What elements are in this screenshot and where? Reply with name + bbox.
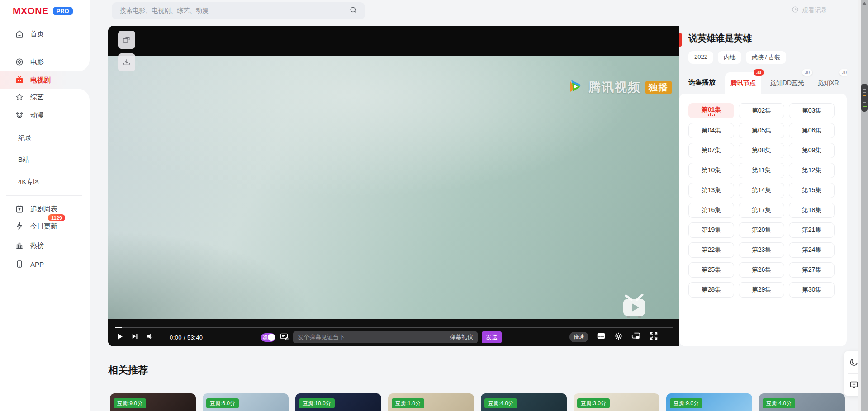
volume-button[interactable] (146, 332, 155, 343)
playback-speed-button[interactable]: 倍速 (569, 332, 588, 342)
sidebar-item-9[interactable]: 追剧周表 (0, 200, 90, 217)
related-card-7[interactable]: 豆瓣:9.0分 (666, 393, 752, 411)
episode-button-11[interactable]: 第11集 (739, 163, 784, 178)
episode-label: 第17集 (752, 206, 772, 214)
episode-button-17[interactable]: 第17集 (739, 203, 784, 218)
download-button[interactable] (118, 53, 135, 71)
episode-button-30[interactable]: 第30集 (789, 282, 835, 298)
danmaku-settings-icon[interactable] (280, 332, 289, 343)
episode-button-5[interactable]: 第05集 (739, 123, 784, 138)
source-tab-label: 觅知DD蓝光 (770, 79, 804, 87)
watch-history-button[interactable]: 观看记录 (792, 6, 827, 14)
danmaku-etiquette-link[interactable]: 弹幕礼仪 (450, 333, 473, 341)
episode-button-4[interactable]: 第04集 (688, 123, 734, 138)
sidebar-item-11[interactable]: 热榜 (0, 237, 90, 254)
chart-icon (15, 241, 24, 250)
episode-card: 第01集第02集第03集第04集第05集第06集第07集第08集第09集第10集… (679, 94, 847, 346)
sidebar-item-label: 综艺 (30, 93, 44, 102)
video-player[interactable]: 腾讯视频 独播 0:00 / 53:40 (108, 26, 679, 346)
sidebar-item-3[interactable]: 电视剧 (0, 71, 90, 89)
episode-button-28[interactable]: 第28集 (688, 282, 734, 298)
related-card-3[interactable]: 豆瓣:10.0分 (295, 393, 381, 411)
episode-label: 第13集 (702, 186, 721, 194)
fullscreen-icon[interactable] (649, 331, 659, 343)
episode-button-1[interactable]: 第01集 (688, 103, 734, 118)
show-tag[interactable]: 武侠 / 古装 (746, 51, 786, 64)
episode-button-24[interactable]: 第24集 (789, 242, 835, 258)
episode-button-27[interactable]: 第27集 (789, 262, 835, 278)
episode-button-22[interactable]: 第22集 (688, 242, 734, 258)
sidebar-item-4[interactable]: 综艺 (0, 89, 90, 106)
related-card-5[interactable]: 豆瓣:4.0分 (481, 393, 567, 411)
related-card-2[interactable]: 豆瓣:6.0分 (203, 393, 289, 411)
episode-button-8[interactable]: 第08集 (739, 143, 784, 158)
episode-button-2[interactable]: 第02集 (739, 103, 784, 118)
episode-button-16[interactable]: 第16集 (688, 203, 734, 218)
episode-button-3[interactable]: 第03集 (789, 103, 835, 118)
scrollbar[interactable] (861, 0, 868, 411)
show-tag[interactable]: 2022 (688, 51, 713, 64)
sidebar-item-6[interactable]: 纪录 (0, 129, 90, 146)
episode-label: 第30集 (802, 286, 822, 294)
episode-label: 第12集 (802, 166, 822, 175)
brand-logo[interactable]: MXONE PRO (13, 5, 73, 16)
source-tab-2[interactable]: 觅知DD蓝光30 (764, 72, 810, 94)
search-input[interactable]: 搜索电影、电视剧、综艺、动漫 (112, 2, 365, 19)
episode-button-25[interactable]: 第25集 (688, 262, 734, 278)
episode-button-10[interactable]: 第10集 (688, 163, 734, 178)
episode-label: 第10集 (702, 166, 721, 175)
episode-button-23[interactable]: 第23集 (739, 242, 784, 258)
danmaku-toggle[interactable]: 弹 (261, 333, 275, 342)
title-accent-bar (679, 33, 682, 47)
related-card-8[interactable]: 豆瓣:4.0分 (759, 393, 845, 411)
source-tab-label: 腾讯节点 (730, 79, 756, 87)
episode-button-20[interactable]: 第20集 (739, 222, 784, 238)
douban-rating-badge: 豆瓣:3.0分 (577, 398, 610, 408)
source-tab-3[interactable]: 觅知XR30 (810, 72, 847, 94)
sidebar-item-2[interactable]: 电影 (0, 53, 90, 71)
episode-panel: 说英雄谁是英雄 2022内地武侠 / 古装 选集播放 第01集第02集第03集第… (679, 26, 847, 346)
episode-button-9[interactable]: 第09集 (789, 143, 835, 158)
episode-label: 第20集 (752, 226, 772, 234)
sidebar-item-12[interactable]: APP (0, 255, 90, 273)
episode-button-21[interactable]: 第21集 (789, 222, 835, 238)
danmaku-input[interactable]: 发个弹幕见证当下 弹幕礼仪 (293, 331, 478, 343)
related-card-1[interactable]: 豆瓣:9.0分 (110, 393, 196, 411)
episode-button-26[interactable]: 第26集 (739, 262, 784, 278)
episode-button-13[interactable]: 第13集 (688, 183, 734, 198)
douban-rating-badge: 豆瓣:4.0分 (484, 398, 517, 408)
brand-name: MXONE (13, 5, 49, 16)
sidebar-item-label: 电影 (30, 58, 44, 66)
send-danmaku-button[interactable]: 发送 (482, 331, 502, 343)
episode-button-29[interactable]: 第29集 (739, 282, 784, 298)
subtitle-list-icon[interactable] (596, 331, 606, 343)
sidebar-item-5[interactable]: 动漫 (0, 107, 90, 124)
brand-pro-badge: PRO (53, 7, 73, 15)
source-tab-1[interactable]: 腾讯节点30 (725, 72, 761, 94)
related-card-4[interactable]: 豆瓣:1.0分 (388, 393, 474, 411)
episode-button-19[interactable]: 第19集 (688, 222, 734, 238)
scrollbar-up-arrow[interactable] (862, 2, 867, 5)
settings-gear-icon[interactable] (614, 331, 623, 343)
episode-button-18[interactable]: 第18集 (789, 203, 835, 218)
related-card-6[interactable]: 豆瓣:3.0分 (574, 393, 659, 411)
sidebar-item-10[interactable]: 今日更新1129 (0, 217, 90, 235)
episode-label: 第04集 (702, 127, 721, 135)
sidebar-item-7[interactable]: B站 (0, 151, 90, 168)
watermark-badge: 独播 (645, 81, 672, 94)
play-button[interactable] (115, 332, 124, 343)
episode-button-14[interactable]: 第14集 (739, 183, 784, 198)
episode-button-7[interactable]: 第07集 (688, 143, 734, 158)
episode-button-15[interactable]: 第15集 (789, 183, 835, 198)
episode-button-6[interactable]: 第06集 (789, 123, 835, 138)
episode-label: 第15集 (802, 186, 822, 194)
show-tag[interactable]: 内地 (718, 51, 741, 64)
progress-bar[interactable] (115, 327, 673, 328)
pip-icon[interactable] (631, 331, 641, 343)
sidebar-item-8[interactable]: 4K专区 (0, 173, 90, 190)
sidebar-item-1[interactable]: 首页 (0, 25, 90, 43)
episode-button-12[interactable]: 第12集 (789, 163, 835, 178)
next-episode-button[interactable] (131, 332, 139, 342)
episode-label: 第27集 (802, 266, 822, 274)
popout-button[interactable] (118, 31, 135, 49)
